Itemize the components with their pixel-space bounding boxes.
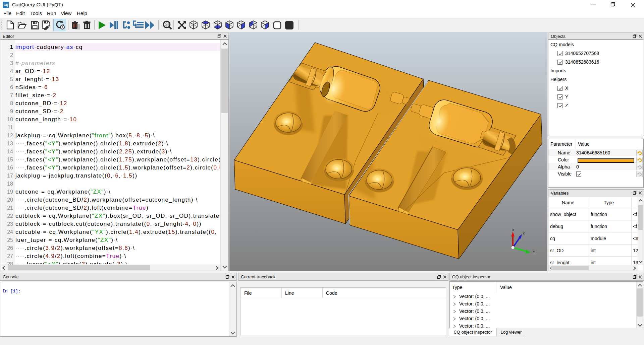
svg-text:Y: Y: [533, 250, 535, 254]
svg-text:X: X: [512, 228, 515, 232]
svg-text:Z: Z: [523, 231, 525, 235]
